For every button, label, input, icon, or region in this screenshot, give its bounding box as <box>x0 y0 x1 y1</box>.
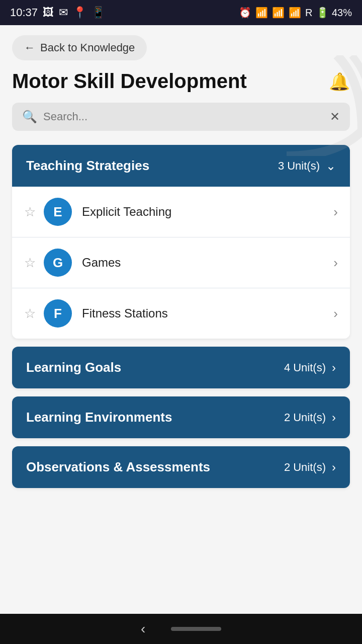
back-button-label: Back to Knowledge <box>40 41 135 54</box>
photo-icon: 🖼 <box>43 6 54 19</box>
unit-count-observations-assessments: 2 Unit(s) <box>284 461 326 474</box>
back-button[interactable]: ← Back to Knowledge <box>12 35 147 60</box>
star-icon-games[interactable]: ☆ <box>24 255 36 271</box>
row-arrow-fitness: › <box>333 306 338 321</box>
status-left: 10:37 🖼 ✉ 📍 📱 <box>10 6 105 19</box>
category-units-observations-assessments: 2 Unit(s) › <box>284 460 336 474</box>
search-icon: 🔍 <box>22 110 37 124</box>
category-header-observations-assessments[interactable]: Observations & Assessments 2 Unit(s) › <box>12 446 350 488</box>
subcategory-name-fitness: Fitness Stations <box>82 306 333 320</box>
category-header-teaching-strategies[interactable]: Teaching Strategies 3 Unit(s) ⌄ <box>12 145 350 187</box>
subcategory-name-games: Games <box>82 256 333 270</box>
nav-pill <box>171 627 221 631</box>
category-title-observations-assessments: Observations & Assessments <box>26 459 210 475</box>
star-icon-fitness[interactable]: ☆ <box>24 306 36 321</box>
header-row: Motor Skill Development 🔔 <box>12 69 350 93</box>
nav-back-button[interactable]: ‹ <box>141 621 145 637</box>
category-units-teaching-strategies: 3 Unit(s) ⌄ <box>278 159 336 173</box>
status-bar: 10:37 🖼 ✉ 📍 📱 ⏰ 📶 📶 📶 R 🔋 43% <box>0 0 362 25</box>
category-observations-assessments: Observations & Assessments 2 Unit(s) › <box>12 446 350 488</box>
gmail-icon: ✉ <box>59 6 68 19</box>
category-title-learning-environments: Learning Environments <box>26 410 172 425</box>
nav-icon: 📍 <box>73 6 86 19</box>
alarm-icon: ⏰ <box>239 7 251 19</box>
row-arrow-explicit: › <box>333 204 338 220</box>
status-right: ⏰ 📶 📶 📶 R 🔋 43% <box>239 7 352 19</box>
screen-icon: 📱 <box>92 6 105 19</box>
main-content: ← Back to Knowledge Motor Skill Developm… <box>0 25 362 614</box>
chevron-right-icon-learning-environments: › <box>332 411 336 425</box>
page-title: Motor Skill Development <box>12 69 324 93</box>
subcategory-name-explicit: Explicit Teaching <box>82 205 333 219</box>
signal-icon: 📶 <box>272 7 285 19</box>
clear-icon[interactable]: ✕ <box>330 110 340 124</box>
star-icon-explicit[interactable]: ☆ <box>24 204 36 220</box>
unit-count-learning-goals: 4 Unit(s) <box>284 361 326 374</box>
chevron-right-icon-learning-goals: › <box>332 361 336 375</box>
subcategory-item-explicit-teaching[interactable]: ☆ E Explicit Teaching › <box>12 187 350 237</box>
subcategory-item-games[interactable]: ☆ G Games › <box>12 237 350 288</box>
wifi-icon: 📶 <box>255 7 268 19</box>
category-teaching-strategies: Teaching Strategies 3 Unit(s) ⌄ ☆ E Expl… <box>12 145 350 339</box>
search-input[interactable] <box>43 110 324 123</box>
chevron-right-icon-observations: › <box>332 460 336 474</box>
unit-count-learning-environments: 2 Unit(s) <box>284 411 326 424</box>
letter-circle-g: G <box>44 249 72 277</box>
signal2-icon: 📶 <box>289 7 301 19</box>
category-header-learning-goals[interactable]: Learning Goals 4 Unit(s) › <box>12 347 350 388</box>
category-units-learning-environments: 2 Unit(s) › <box>284 411 336 425</box>
bell-icon[interactable]: 🔔 <box>329 71 350 92</box>
category-learning-goals: Learning Goals 4 Unit(s) › <box>12 347 350 388</box>
category-header-learning-environments[interactable]: Learning Environments 2 Unit(s) › <box>12 396 350 438</box>
subcategory-list-teaching-strategies: ☆ E Explicit Teaching › ☆ G Games › ☆ F … <box>12 187 350 339</box>
category-units-learning-goals: 4 Unit(s) › <box>284 361 336 375</box>
row-arrow-games: › <box>333 255 338 271</box>
letter-circle-f: F <box>44 299 72 328</box>
back-arrow-icon: ← <box>24 41 35 54</box>
battery-display: 🔋 43% <box>316 7 352 19</box>
category-title-teaching-strategies: Teaching Strategies <box>26 158 149 174</box>
bottom-nav: ‹ <box>0 614 362 644</box>
letter-circle-e: E <box>44 198 72 226</box>
category-learning-environments: Learning Environments 2 Unit(s) › <box>12 396 350 438</box>
search-bar: 🔍 ✕ <box>12 103 350 131</box>
chevron-down-icon: ⌄ <box>326 159 336 173</box>
subcategory-item-fitness-stations[interactable]: ☆ F Fitness Stations › <box>12 288 350 339</box>
category-title-learning-goals: Learning Goals <box>26 360 121 375</box>
r-label: R <box>305 7 312 19</box>
time-display: 10:37 <box>10 6 38 19</box>
unit-count-teaching-strategies: 3 Unit(s) <box>278 159 320 173</box>
